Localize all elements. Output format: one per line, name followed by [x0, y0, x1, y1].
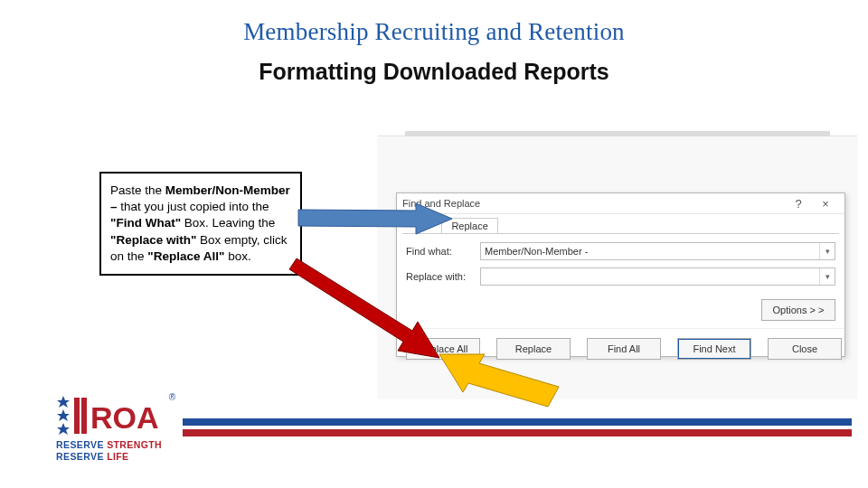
find-replace-dialog: Find and Replace ? × Find Replace Find w…: [396, 192, 845, 357]
roa-logo-svg: ROA: [56, 394, 165, 436]
registered-mark: ®: [169, 392, 175, 402]
label-find-what: Find what:: [406, 246, 480, 257]
input-find-what-value: Member/Non-Member -: [485, 246, 588, 257]
svg-rect-6: [74, 398, 80, 434]
page-title: Membership Recruiting and Retention: [0, 18, 868, 46]
callout-bold-replaceall: "Replace All": [147, 249, 224, 263]
logo-tagline: RESERVE STRENGTH RESERVE LIFE: [56, 439, 162, 463]
options-row: Options > >: [397, 299, 844, 328]
footer-bar-red: [183, 429, 852, 436]
dialog-body: Find what: Member/Non-Member - ▾ Replace…: [397, 234, 844, 299]
page-subtitle: Formatting Downloaded Reports: [0, 59, 868, 85]
embedded-screenshot: Find and Replace ? × Find Replace Find w…: [378, 136, 857, 399]
label-replace-with: Replace with:: [406, 271, 480, 282]
dialog-tabs: Find Replace: [397, 214, 844, 233]
svg-marker-3: [57, 396, 70, 408]
replace-with-dropdown-icon[interactable]: ▾: [819, 268, 835, 285]
dialog-title: Find and Replace: [402, 198, 785, 209]
svg-marker-5: [57, 423, 70, 435]
callout-text: Box. Leaving the: [181, 216, 275, 230]
callout-bold-findwhat: "Find What": [110, 216, 181, 230]
svg-rect-7: [81, 398, 87, 434]
roa-logo: ROA ®: [56, 394, 165, 439]
instruction-callout: Paste the Member/Non-Member – that you j…: [99, 172, 302, 276]
close-button[interactable]: ×: [812, 197, 839, 211]
help-button[interactable]: ?: [785, 197, 812, 211]
footer-bar-blue: [183, 418, 852, 426]
dialog-button-bar: Replace All Replace Find All Find Next C…: [397, 328, 844, 369]
input-find-what[interactable]: Member/Non-Member - ▾: [480, 242, 835, 260]
tagline-reserve-2: RESERVE: [56, 451, 104, 462]
options-button[interactable]: Options > >: [761, 299, 835, 321]
close-dialog-button[interactable]: Close: [768, 338, 842, 360]
callout-text: box.: [224, 249, 250, 263]
callout-text: Paste the: [110, 183, 165, 197]
find-next-button[interactable]: Find Next: [677, 338, 751, 360]
tab-replace[interactable]: Replace: [441, 218, 497, 233]
svg-text:ROA: ROA: [90, 400, 159, 435]
replace-all-button[interactable]: Replace All: [406, 338, 480, 360]
replace-button[interactable]: Replace: [496, 338, 571, 360]
tagline-strength: STRENGTH: [107, 439, 162, 450]
tagline-reserve-1: RESERVE: [56, 439, 104, 450]
find-all-button[interactable]: Find All: [587, 338, 661, 360]
dialog-titlebar: Find and Replace ? ×: [397, 193, 844, 214]
input-replace-with[interactable]: ▾: [480, 267, 835, 286]
callout-bold-replacewith: "Replace with": [110, 233, 196, 247]
row-find-what: Find what: Member/Non-Member - ▾: [406, 241, 835, 261]
callout-text: that you just copied into the: [120, 200, 269, 213]
find-what-dropdown-icon[interactable]: ▾: [819, 243, 835, 259]
tagline-life: LIFE: [107, 451, 128, 462]
row-replace-with: Replace with: ▾: [406, 267, 835, 286]
svg-marker-4: [57, 409, 70, 421]
